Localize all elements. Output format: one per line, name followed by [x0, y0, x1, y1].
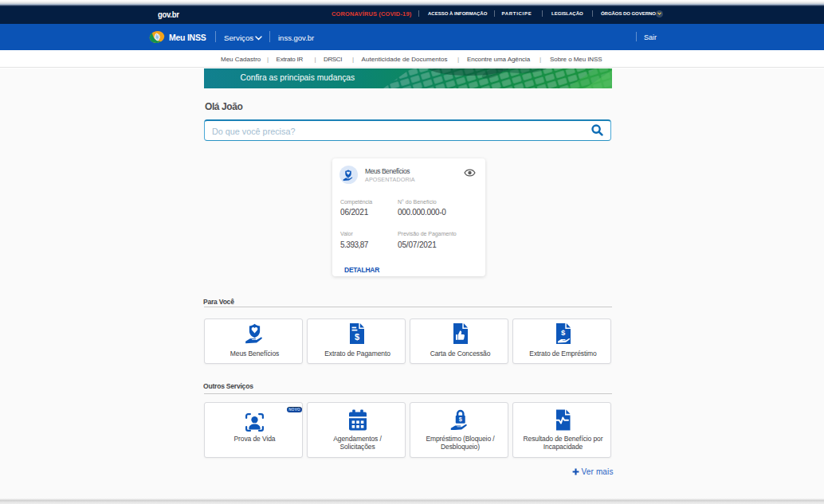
- svg-text:$: $: [561, 328, 566, 337]
- svg-text:$: $: [355, 332, 359, 342]
- svg-text:Confira as principais mudanças: Confira as principais mudanças: [241, 73, 355, 82]
- svg-text:$: $: [458, 416, 461, 423]
